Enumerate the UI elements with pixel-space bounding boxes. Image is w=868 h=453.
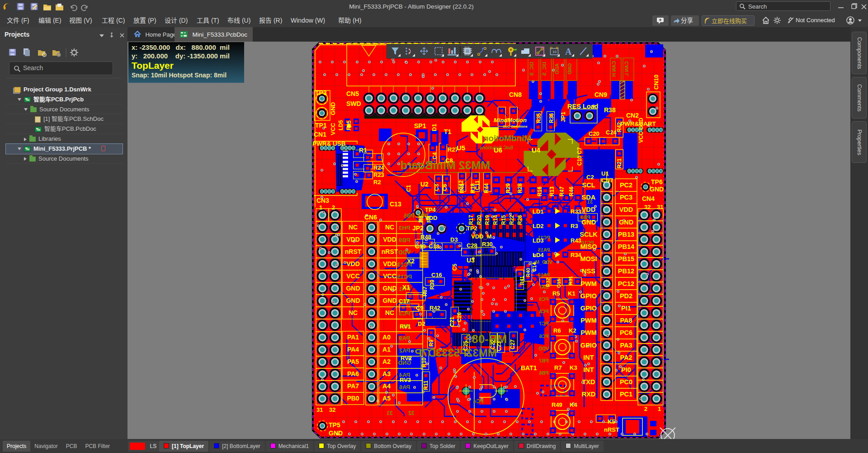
svg-text:R44: R44 <box>483 183 490 193</box>
svg-text:GND: GND <box>382 297 396 304</box>
svg-text:PWM: PWM <box>580 317 596 324</box>
svg-text:C22: C22 <box>490 339 496 349</box>
svg-text:PA4: PA4 <box>347 346 359 353</box>
svg-text:C5: C5 <box>452 263 458 271</box>
svg-text:C24: C24 <box>606 129 617 136</box>
svg-text:NC: NC <box>349 224 358 231</box>
svg-text:PC7: PC7 <box>539 321 548 326</box>
svg-text:CN8: CN8 <box>509 91 522 98</box>
svg-text:R15: R15 <box>500 215 507 225</box>
svg-text:CN1: CN1 <box>314 131 326 138</box>
svg-text:CN6: CN6 <box>364 214 377 221</box>
svg-text:INT: INT <box>583 354 594 361</box>
svg-text:C9: C9 <box>416 305 424 311</box>
svg-text:C16: C16 <box>431 272 442 278</box>
svg-text:CAN H: CAN H <box>611 61 617 77</box>
svg-text:A1: A1 <box>382 346 391 353</box>
svg-text:R23: R23 <box>373 172 384 178</box>
svg-text:PA3: PA3 <box>620 342 632 349</box>
svg-text:K3: K3 <box>570 364 577 371</box>
svg-text:GND: GND <box>619 219 633 226</box>
svg-text:GPIO: GPIO <box>580 292 597 300</box>
svg-text:R13: R13 <box>549 186 555 196</box>
svg-text:PC3: PC3 <box>620 194 632 201</box>
svg-text:A2: A2 <box>382 358 391 365</box>
svg-text:R10: R10 <box>421 358 427 367</box>
svg-text:PA1: PA1 <box>347 334 359 341</box>
svg-text:TP1: TP1 <box>315 122 327 129</box>
svg-text:C3: C3 <box>434 184 440 191</box>
svg-text:INT: INT <box>583 366 594 373</box>
svg-text:A4: A4 <box>382 382 391 390</box>
svg-text:C21: C21 <box>449 317 455 327</box>
svg-text:K2: K2 <box>569 327 576 334</box>
svg-text:GND: GND <box>330 102 336 115</box>
svg-text:PH3: PH3 <box>399 224 410 231</box>
svg-text:R18: R18 <box>470 183 476 193</box>
svg-text:R26: R26 <box>517 215 523 225</box>
svg-text:PC1: PC1 <box>620 391 632 398</box>
svg-text:PA7: PA7 <box>347 382 359 390</box>
svg-text:PB13: PB13 <box>618 231 634 238</box>
svg-text:D3: D3 <box>450 236 458 243</box>
svg-text:U1: U1 <box>601 170 609 177</box>
svg-text:R6: R6 <box>553 327 561 334</box>
svg-text:C8: C8 <box>445 157 453 164</box>
svg-text:GND: GND <box>329 429 343 437</box>
svg-text:VCC: VCC <box>330 123 336 135</box>
svg-text:PC2: PC2 <box>620 181 632 189</box>
svg-text:R32: R32 <box>545 278 551 287</box>
svg-text:U2: U2 <box>420 181 429 188</box>
svg-text:R34: R34 <box>571 252 582 258</box>
svg-text:R25: R25 <box>346 120 352 130</box>
svg-text:MindMotion: MindMotion <box>483 134 532 143</box>
svg-text:VDD: VDD <box>346 260 360 267</box>
svg-text:PA6: PA6 <box>347 370 359 377</box>
svg-text:C15: C15 <box>556 279 561 288</box>
svg-text:32: 32 <box>644 204 651 210</box>
svg-text:LD3: LD3 <box>533 237 544 244</box>
svg-text:NC: NC <box>349 309 358 316</box>
svg-text:2: 2 <box>332 204 335 211</box>
svg-text:nRST: nRST <box>382 248 398 255</box>
svg-text:C20: C20 <box>589 130 599 137</box>
svg-text:C23: C23 <box>496 341 502 351</box>
svg-text:RV1: RV1 <box>400 323 411 330</box>
svg-text:MM32F5333D7P: MM32F5333D7P <box>415 347 496 359</box>
svg-text:R33: R33 <box>571 208 581 215</box>
svg-text:CN2: CN2 <box>626 112 639 119</box>
svg-text:2: 2 <box>644 405 647 412</box>
svg-text:TP2: TP2 <box>467 225 477 232</box>
svg-text:C25: C25 <box>462 341 469 351</box>
svg-text:K1: K1 <box>568 290 576 297</box>
svg-text:PA13: PA13 <box>538 272 550 277</box>
svg-text:R3: R3 <box>571 223 578 229</box>
svg-text:U4: U4 <box>532 146 541 154</box>
svg-text:C19: C19 <box>415 243 426 250</box>
svg-text:R42: R42 <box>616 122 623 132</box>
svg-text:C18: C18 <box>429 243 439 250</box>
svg-text:R48: R48 <box>420 234 431 240</box>
svg-text:PC15: PC15 <box>397 273 412 280</box>
svg-text:X1: X1 <box>402 284 410 291</box>
svg-text:PWM: PWM <box>580 280 596 287</box>
svg-text:R38: R38 <box>604 106 616 114</box>
svg-text:R14: R14 <box>492 215 499 225</box>
svg-text:TP3: TP3 <box>315 89 327 96</box>
svg-text:U6: U6 <box>494 146 502 154</box>
svg-text:R41: R41 <box>519 276 524 285</box>
svg-text:CN10: CN10 <box>653 75 660 90</box>
svg-text:VDD: VDD <box>383 260 396 267</box>
svg-text:31: 31 <box>657 204 663 210</box>
svg-text:GND: GND <box>346 285 360 292</box>
svg-text:NC: NC <box>385 309 394 316</box>
svg-text:PWR& USB: PWR& USB <box>312 140 346 147</box>
svg-text:RXD: RXD <box>582 391 596 398</box>
svg-text:C2: C2 <box>586 174 594 181</box>
svg-text:PI0: PI0 <box>621 366 631 373</box>
svg-text:RV3: RV3 <box>400 377 411 383</box>
svg-text:PA2: PA2 <box>620 354 632 361</box>
svg-text:PC6: PC6 <box>620 329 632 336</box>
svg-text:VCC GND: VCC GND <box>638 118 644 143</box>
svg-text:JP1: JP1 <box>560 112 566 122</box>
